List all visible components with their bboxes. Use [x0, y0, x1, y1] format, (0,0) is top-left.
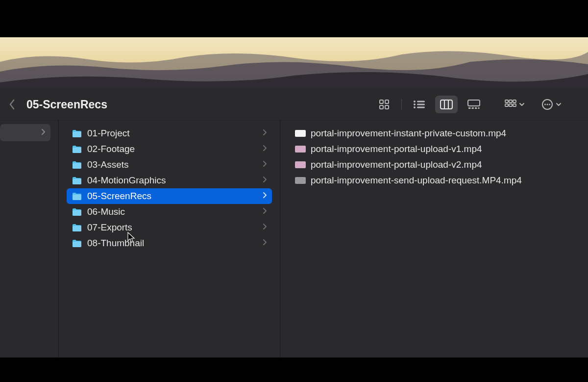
folder-row[interactable]: 05-ScreenRecs — [67, 188, 272, 204]
group-by-button[interactable] — [505, 100, 525, 109]
letterbox-top — [0, 0, 588, 37]
svg-rect-18 — [478, 107, 480, 109]
folder-icon — [72, 222, 82, 233]
svg-rect-23 — [509, 104, 512, 106]
svg-rect-8 — [417, 104, 425, 105]
view-icons-button[interactable] — [373, 96, 395, 113]
svg-rect-11 — [441, 100, 452, 109]
desktop-wallpaper — [0, 37, 588, 89]
view-list-button[interactable] — [408, 96, 430, 113]
svg-point-26 — [544, 104, 546, 105]
gallery-icon — [467, 100, 480, 109]
folder-row[interactable]: 07-Exports — [67, 220, 272, 235]
folder-icon — [72, 238, 82, 249]
svg-point-27 — [547, 104, 548, 105]
folder-label: 04-MotionGraphics — [87, 175, 263, 186]
folder-label: 07-Exports — [87, 222, 263, 233]
grid-small-icon — [505, 100, 516, 109]
chevron-right-icon — [263, 239, 267, 248]
svg-rect-22 — [505, 104, 508, 106]
chevron-right-icon — [263, 176, 267, 185]
folder-row[interactable]: 06-Music — [67, 204, 272, 220]
folder-column: 01-Project02-Footage03-Assets04-MotionGr… — [59, 121, 280, 357]
file-label: portal-improvement-portal-upload-v1.mp4 — [311, 144, 573, 154]
svg-point-7 — [414, 103, 416, 105]
window-title: 05-ScreenRecs — [26, 98, 107, 111]
svg-rect-6 — [417, 101, 425, 102]
content-area: 01-Project02-Footage03-Assets04-MotionGr… — [0, 121, 588, 357]
file-column: 05-ScreenRecs portal-improvement-instant… — [280, 121, 588, 357]
folder-row[interactable]: 03-Assets — [67, 157, 272, 173]
action-menu-button[interactable] — [541, 99, 562, 110]
file-row[interactable]: portal-improvement-send-upload-request.M… — [290, 173, 578, 188]
svg-rect-3 — [380, 105, 383, 109]
file-row[interactable]: portal-improvement-portal-upload-v2.mp4 — [290, 157, 578, 173]
view-columns-button[interactable] — [435, 96, 458, 113]
folder-label: 03-Assets — [87, 159, 263, 170]
chevron-down-icon — [519, 102, 525, 106]
folder-icon — [72, 191, 82, 202]
chevron-right-icon — [263, 207, 267, 216]
finder-window: 05-ScreenRecs — [0, 89, 588, 357]
file-row[interactable]: portal-improvement-portal-upload-v1.mp4 — [290, 141, 578, 157]
svg-rect-20 — [509, 100, 512, 102]
grid-icon — [379, 99, 390, 110]
view-divider — [401, 99, 402, 110]
svg-point-28 — [549, 104, 550, 105]
svg-rect-10 — [417, 107, 425, 108]
svg-rect-21 — [513, 100, 516, 102]
nav-back-button[interactable] — [5, 97, 20, 112]
svg-point-5 — [414, 101, 416, 102]
video-thumb-icon — [295, 146, 306, 153]
sidebar-column — [0, 121, 59, 357]
svg-rect-15 — [468, 107, 471, 109]
chevron-right-icon — [263, 129, 267, 138]
sidebar-parent-item[interactable] — [0, 124, 50, 141]
file-label: portal-improvement-instant-private-custo… — [311, 128, 573, 139]
letterbox-bottom — [0, 357, 588, 382]
folder-icon — [72, 128, 82, 139]
folder-row[interactable]: 01-Project — [67, 126, 272, 141]
folder-icon — [72, 175, 82, 186]
svg-rect-19 — [505, 100, 508, 102]
folder-icon — [72, 144, 82, 154]
video-thumb-icon — [295, 130, 306, 137]
file-row[interactable]: portal-improvement-instant-private-custo… — [290, 126, 578, 141]
folder-label: 08-Thumbnail — [87, 238, 263, 249]
svg-rect-16 — [472, 107, 474, 109]
folder-label: 01-Project — [87, 128, 263, 139]
svg-rect-2 — [385, 100, 389, 103]
chevron-right-icon — [263, 223, 267, 232]
folder-icon — [72, 159, 82, 170]
chevron-right-icon — [41, 128, 46, 137]
list-icon — [413, 100, 425, 109]
svg-rect-4 — [385, 105, 389, 109]
view-mode-group — [373, 96, 485, 113]
folder-label: 05-ScreenRecs — [87, 191, 263, 202]
file-label: portal-improvement-send-upload-request.M… — [311, 175, 573, 186]
folder-row[interactable]: 02-Footage — [67, 141, 272, 157]
video-thumb-icon — [295, 177, 306, 184]
svg-point-9 — [414, 106, 416, 108]
svg-rect-1 — [380, 100, 383, 103]
svg-rect-17 — [475, 107, 477, 109]
folder-row[interactable]: 08-Thumbnail — [67, 235, 272, 251]
toolbar: 05-ScreenRecs — [0, 89, 588, 121]
chevron-right-icon — [263, 192, 267, 201]
svg-rect-14 — [468, 100, 480, 106]
folder-row[interactable]: 04-MotionGraphics — [67, 173, 272, 188]
chevron-right-icon — [263, 145, 267, 153]
chevron-right-icon — [263, 160, 267, 169]
folder-label: 06-Music — [87, 206, 263, 217]
folder-icon — [72, 206, 82, 217]
folder-label: 02-Footage — [87, 144, 263, 154]
columns-icon — [440, 100, 453, 109]
ellipsis-circle-icon — [541, 99, 553, 110]
chevron-down-icon — [556, 102, 562, 106]
view-gallery-button[interactable] — [463, 96, 485, 113]
file-label: portal-improvement-portal-upload-v2.mp4 — [311, 159, 573, 170]
svg-rect-24 — [513, 104, 516, 106]
video-thumb-icon — [295, 161, 306, 168]
